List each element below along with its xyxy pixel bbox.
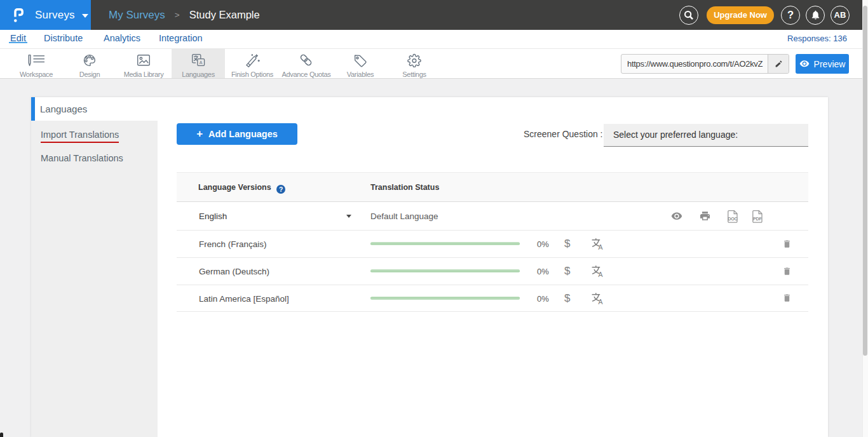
svg-text:A: A	[598, 271, 602, 278]
svg-text:DOC: DOC	[728, 215, 737, 221]
svg-text:A: A	[598, 297, 602, 304]
svg-text:PDF: PDF	[753, 215, 763, 221]
svg-text:A: A	[200, 60, 203, 65]
svg-text:A: A	[598, 243, 602, 250]
